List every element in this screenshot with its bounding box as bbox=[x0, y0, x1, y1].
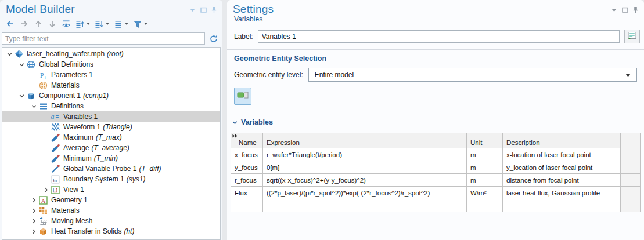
name-cell[interactable]: x_focus bbox=[231, 148, 263, 161]
model-builder-window-controls bbox=[189, 6, 217, 13]
tree-item-laser-heating-wafer-mph-root[interactable]: laser_heating_wafer.mph(root) bbox=[2, 49, 220, 59]
tree-item-label: Variables 1 bbox=[63, 112, 98, 121]
tree-item-materials[interactable]: Materials bbox=[2, 205, 220, 216]
tree-item-materials[interactable]: Materials bbox=[2, 80, 220, 90]
pin-icon[interactable] bbox=[633, 6, 638, 13]
restore-icon[interactable] bbox=[200, 6, 207, 13]
unit-cell[interactable]: W/m² bbox=[467, 187, 503, 199]
tree-item-label: Global Definitions bbox=[39, 60, 93, 68]
toolbar-expand-all-button[interactable] bbox=[93, 18, 110, 30]
tree-item-label: Heat Transfer in Solids bbox=[51, 227, 121, 235]
label-input[interactable] bbox=[258, 30, 620, 43]
dropdown-caret-icon[interactable] bbox=[125, 23, 128, 25]
tree-item-maximum-t-max[interactable]: Maximum(T_max) bbox=[2, 132, 220, 143]
refresh-icon[interactable] bbox=[208, 33, 220, 45]
tree-item-geometry-1[interactable]: AGeometry 1 bbox=[2, 195, 220, 205]
description-cell[interactable]: distance from focal point bbox=[503, 174, 621, 187]
tree-item-parameters-1[interactable]: PiParameters 1 bbox=[2, 70, 220, 80]
chevron-collapsed-icon[interactable] bbox=[29, 219, 38, 224]
expression-cell[interactable]: 0[m] bbox=[263, 161, 467, 174]
toolbar-go-forward-button[interactable] bbox=[18, 18, 30, 30]
chevron-expanded-icon[interactable] bbox=[17, 62, 26, 67]
comsol-window: Model Builder laser_heating_wafer.mph(ro… bbox=[0, 0, 644, 240]
expression-cell[interactable]: r_wafer*Triangle(t/period) bbox=[263, 148, 467, 161]
rename-label-icon bbox=[627, 31, 637, 42]
variables-section-header[interactable]: Variables bbox=[227, 111, 644, 128]
unit-cell[interactable] bbox=[467, 199, 503, 212]
toolbar-collapse-all-button[interactable] bbox=[74, 18, 91, 30]
expression-column-header[interactable]: Expression bbox=[263, 133, 467, 148]
model-tree: laser_heating_wafer.mph(root)Global Defi… bbox=[2, 47, 221, 240]
geometric-entity-level-select[interactable]: Entire model bbox=[308, 68, 637, 82]
variables-table-header-row: Name Expression Unit Description bbox=[231, 133, 641, 148]
toolbar-show-button[interactable] bbox=[60, 18, 72, 30]
pin-icon[interactable] bbox=[211, 6, 217, 13]
variables-icon: a= bbox=[51, 112, 60, 121]
tree-item-boundary-system-1-sys1[interactable]: Boundary System 1(sys1) bbox=[2, 174, 220, 184]
toolbar-move-down-button[interactable] bbox=[46, 18, 58, 30]
tree-item-global-variable-probe-1-t-diff[interactable]: Global Variable Probe 1(T_diff) bbox=[2, 163, 220, 174]
tree-item-moving-mesh[interactable]: Moving Mesh bbox=[2, 216, 220, 226]
unit-cell[interactable]: m bbox=[467, 148, 503, 161]
unit-column-header[interactable]: Unit bbox=[467, 133, 503, 148]
chevron-down-icon[interactable] bbox=[611, 6, 617, 13]
toolbar-move-up-button[interactable] bbox=[32, 18, 44, 30]
description-cell[interactable]: y_location of laser focal point bbox=[503, 161, 621, 174]
tree-item-definitions[interactable]: Definitions bbox=[2, 101, 220, 111]
tree-item-waveform-1-triangle[interactable]: Waveform 1(Triangle) bbox=[2, 122, 220, 132]
description-cell[interactable] bbox=[503, 199, 621, 212]
panel-splitter[interactable] bbox=[222, 0, 227, 240]
dropdown-caret-icon[interactable] bbox=[87, 23, 90, 25]
probe-icon bbox=[51, 154, 60, 163]
chevron-collapsed-icon[interactable] bbox=[29, 198, 38, 203]
dropdown-caret-icon[interactable] bbox=[144, 23, 147, 25]
chevron-collapsed-icon[interactable] bbox=[41, 187, 51, 192]
tree-item-label: View 1 bbox=[63, 186, 84, 194]
materials-global-icon bbox=[38, 81, 48, 90]
restore-icon[interactable] bbox=[622, 6, 628, 13]
name-cell[interactable] bbox=[231, 199, 263, 212]
description-cell[interactable]: x-location of laser focal point bbox=[503, 148, 621, 161]
tree-item-label: Materials bbox=[51, 81, 80, 89]
tree-item-label: Maximum bbox=[63, 133, 93, 141]
tree-item-label: Average bbox=[63, 144, 89, 152]
description-cell[interactable]: laser heat flux, Gaussian profile bbox=[503, 187, 621, 199]
chevron-collapsed-icon[interactable] bbox=[29, 208, 38, 213]
tree-item-component-1-comp1[interactable]: Component 1(comp1) bbox=[2, 90, 220, 101]
rename-label-button[interactable] bbox=[624, 30, 640, 43]
unit-cell[interactable]: m bbox=[467, 161, 503, 174]
parameters-icon: Pi bbox=[38, 70, 48, 79]
tree-item-label: Parameters 1 bbox=[51, 71, 93, 79]
chevron-expanded-icon[interactable] bbox=[17, 93, 26, 99]
tree-item-tag: (ht) bbox=[124, 227, 134, 235]
name-cell[interactable]: r_focus bbox=[231, 174, 263, 187]
unit-cell[interactable]: m bbox=[467, 174, 503, 187]
tree-item-global-definitions[interactable]: Global Definitions bbox=[2, 59, 220, 70]
toolbar-node-text-button[interactable] bbox=[112, 18, 129, 30]
chevron-collapsed-icon[interactable] bbox=[29, 229, 38, 234]
tree-item-view-1[interactable]: View 1 bbox=[2, 184, 220, 195]
arrow-right-icon bbox=[19, 19, 29, 28]
active-selection-toggle[interactable] bbox=[234, 88, 251, 105]
expression-cell[interactable]: sqrt((x-x_focus)^2+(y-y_focus)^2) bbox=[263, 174, 467, 187]
name-cell[interactable]: y_focus bbox=[231, 161, 263, 174]
chevron-down-icon[interactable] bbox=[189, 6, 196, 13]
tree-item-tag: (comp1) bbox=[83, 92, 109, 100]
chevron-expanded-icon[interactable] bbox=[5, 52, 14, 57]
expression-cell[interactable]: ((2*p_laser)/(pi*r_spot^2))*exp(-(2*r_fo… bbox=[263, 187, 467, 199]
dropdown-caret-icon[interactable] bbox=[106, 23, 109, 25]
chevron-expanded-icon[interactable] bbox=[29, 104, 38, 109]
expression-cell[interactable] bbox=[263, 199, 467, 212]
description-column-header[interactable]: Description bbox=[503, 133, 621, 148]
name-cell[interactable]: Flux bbox=[231, 187, 263, 199]
toolbar-go-back-button[interactable] bbox=[4, 18, 16, 30]
tree-item-minimum-t-min[interactable]: Minimum(T_min) bbox=[2, 153, 220, 163]
tree-item-average-t-average[interactable]: Average(T_average) bbox=[2, 143, 220, 153]
tree-item-variables-1[interactable]: a=Variables 1 bbox=[2, 111, 220, 122]
name-column-header[interactable]: Name bbox=[231, 133, 263, 148]
tree-item-heat-transfer-in-solids-ht[interactable]: Heat Transfer in Solids(ht) bbox=[2, 226, 220, 237]
tree-filter-input[interactable] bbox=[2, 32, 205, 45]
toolbar-show-more-options-button[interactable] bbox=[131, 18, 149, 30]
tree-item-label: Component 1 bbox=[39, 92, 81, 100]
filler-cell bbox=[621, 148, 641, 161]
